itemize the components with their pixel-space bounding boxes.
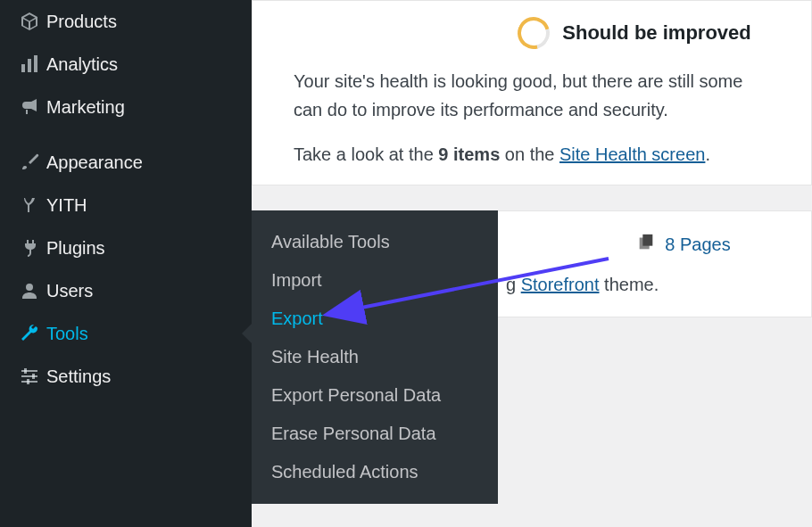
items-count: 9 items (438, 144, 500, 164)
cube-icon (12, 11, 46, 32)
sidebar-item-label: YITH (46, 195, 239, 216)
sidebar-item-products[interactable]: Products (0, 0, 252, 43)
submenu-site-health[interactable]: Site Health (252, 338, 498, 376)
sidebar-item-label: Settings (46, 366, 239, 387)
wrench-icon (12, 323, 46, 344)
user-icon (12, 280, 46, 301)
sidebar-item-users[interactable]: Users (0, 269, 252, 312)
submenu-import[interactable]: Import (252, 261, 498, 300)
svg-rect-9 (27, 379, 29, 384)
health-status-title: Should be improved (562, 21, 750, 45)
svg-rect-5 (21, 375, 37, 377)
svg-rect-11 (643, 235, 653, 246)
site-health-panel: Should be improved Your site's health is… (252, 0, 812, 185)
brush-icon (12, 152, 46, 173)
sidebar-item-appearance[interactable]: Appearance (0, 141, 252, 184)
yith-icon (12, 194, 46, 216)
sidebar-item-yith[interactable]: YITH (0, 184, 252, 226)
sidebar-item-marketing[interactable]: Marketing (0, 86, 252, 128)
submenu-scheduled-actions[interactable]: Scheduled Actions (252, 453, 498, 491)
sidebar-item-label: Appearance (46, 152, 239, 173)
sidebar-item-label: Users (46, 281, 239, 301)
pages-icon (636, 233, 656, 257)
svg-rect-1 (28, 59, 31, 72)
sidebar-item-analytics[interactable]: Analytics (0, 43, 252, 86)
admin-sidebar: Products Analytics Marketing Appearance (0, 0, 252, 527)
svg-rect-7 (24, 368, 27, 374)
svg-rect-2 (34, 55, 37, 72)
submenu-erase-personal[interactable]: Erase Personal Data (252, 415, 498, 453)
bars-icon (12, 54, 46, 75)
sidebar-item-label: Plugins (46, 238, 239, 259)
sidebar-item-label: Products (46, 12, 239, 32)
svg-rect-0 (21, 64, 25, 72)
sliders-icon (12, 366, 46, 387)
svg-rect-4 (21, 370, 37, 372)
pages-count-link[interactable]: 8 Pages (665, 235, 730, 255)
sidebar-item-label: Marketing (46, 97, 239, 118)
sidebar-item-label: Tools (46, 324, 239, 344)
plug-icon (12, 237, 46, 259)
sidebar-item-label: Analytics (46, 54, 239, 75)
sidebar-item-tools[interactable]: Tools (0, 312, 252, 355)
submenu-export-personal[interactable]: Export Personal Data (252, 376, 498, 415)
sidebar-item-settings[interactable]: Settings (0, 355, 252, 398)
progress-ring-icon (512, 11, 556, 54)
svg-point-3 (26, 284, 33, 291)
megaphone-icon (12, 96, 46, 118)
site-health-link[interactable]: Site Health screen (559, 144, 705, 164)
theme-link[interactable]: Storefront (521, 275, 600, 294)
submenu-export[interactable]: Export (252, 300, 498, 338)
svg-rect-8 (32, 374, 35, 379)
tools-submenu: Available Tools Import Export Site Healt… (252, 210, 498, 504)
health-body-text: Your site's health is looking good, but … (274, 67, 790, 169)
sidebar-item-plugins[interactable]: Plugins (0, 226, 252, 269)
submenu-available-tools[interactable]: Available Tools (252, 223, 498, 261)
